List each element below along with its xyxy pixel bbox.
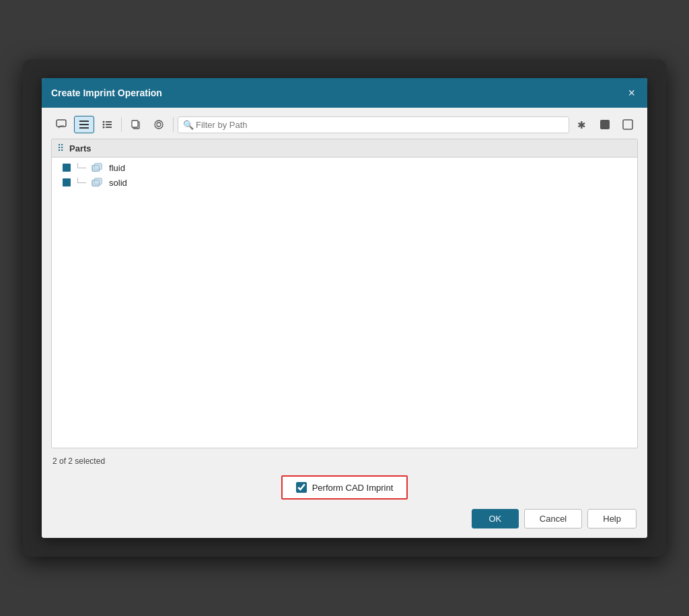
svg-rect-1 [79, 121, 89, 122]
wildcard-icon: ✱ [576, 118, 588, 131]
tree-item-fluid[interactable]: └─ fluid [52, 160, 637, 175]
solid-part-icon [92, 177, 104, 188]
list-detail-icon [78, 118, 90, 131]
toolbar: 🔍 ✱ [51, 116, 638, 133]
separator-2 [173, 117, 174, 132]
status-text: 2 of 2 selected [52, 456, 105, 466]
button-row: OK Cancel Help [51, 509, 638, 528]
svg-rect-16 [623, 120, 632, 129]
cad-imprint-label[interactable]: Perform CAD Imprint [312, 483, 394, 493]
wildcard-button[interactable]: ✱ [572, 116, 592, 133]
tree-header-dots: ⠿ [57, 143, 65, 153]
dialog-body: 🔍 ✱ [42, 108, 647, 538]
svg-rect-5 [106, 121, 112, 123]
cad-imprint-row: Perform CAD Imprint [51, 475, 638, 500]
comment-button[interactable] [51, 116, 71, 133]
fluid-checkbox [63, 164, 71, 172]
light-view-button[interactable] [618, 116, 638, 133]
tree-header: ⠿ Parts [52, 139, 637, 158]
svg-rect-2 [79, 124, 89, 125]
svg-rect-15 [600, 120, 610, 129]
tree-items: └─ fluid └─ [52, 158, 637, 193]
dialog-title: Create Imprint Operation [51, 88, 162, 98]
dialog: Create Imprint Operation × [42, 78, 647, 538]
tree-panel: ⠿ Parts └─ fluid [51, 139, 638, 448]
svg-rect-19 [92, 165, 100, 171]
fluid-branch: └─ [75, 163, 86, 172]
outer-shadow: Create Imprint Operation × [23, 59, 666, 557]
dark-view-icon [599, 118, 611, 131]
filter-parts-button[interactable] [149, 116, 169, 133]
cancel-button[interactable]: Cancel [524, 509, 582, 528]
comment-icon [55, 118, 67, 131]
list-icon [101, 118, 113, 131]
list-button[interactable] [97, 116, 117, 133]
list-detail-button[interactable] [74, 116, 94, 133]
cad-imprint-box: Perform CAD Imprint [281, 475, 408, 500]
copy-icon [130, 118, 142, 131]
fluid-part-icon [92, 162, 104, 173]
tree-item-solid[interactable]: └─ solid [52, 175, 637, 190]
help-button[interactable]: Help [587, 509, 637, 528]
svg-point-12 [155, 121, 163, 129]
copy-button[interactable] [126, 116, 146, 133]
svg-rect-11 [132, 121, 138, 127]
solid-branch: └─ [75, 178, 86, 187]
svg-rect-22 [92, 180, 100, 186]
svg-rect-7 [106, 124, 112, 125]
filter-parts-icon [153, 118, 165, 131]
ok-button[interactable]: OK [472, 509, 519, 528]
filter-input[interactable] [178, 116, 569, 133]
svg-rect-3 [79, 127, 89, 129]
solid-label: solid [109, 178, 127, 188]
fluid-label: fluid [109, 163, 125, 173]
svg-point-6 [103, 124, 105, 126]
svg-text:✱: ✱ [577, 120, 586, 131]
light-view-icon [622, 118, 634, 131]
tree-header-label: Parts [69, 143, 92, 153]
status-bar: 2 of 2 selected [51, 454, 638, 469]
titlebar: Create Imprint Operation × [42, 78, 647, 108]
solid-checkbox [63, 178, 71, 186]
cad-imprint-checkbox[interactable] [296, 482, 307, 493]
close-button[interactable]: × [625, 87, 638, 99]
separator-1 [121, 117, 122, 132]
svg-point-8 [103, 127, 105, 129]
svg-point-13 [157, 123, 161, 127]
svg-point-4 [103, 121, 105, 123]
svg-rect-9 [106, 127, 112, 128]
dark-view-button[interactable] [595, 116, 615, 133]
filter-input-wrap: 🔍 [178, 116, 569, 133]
